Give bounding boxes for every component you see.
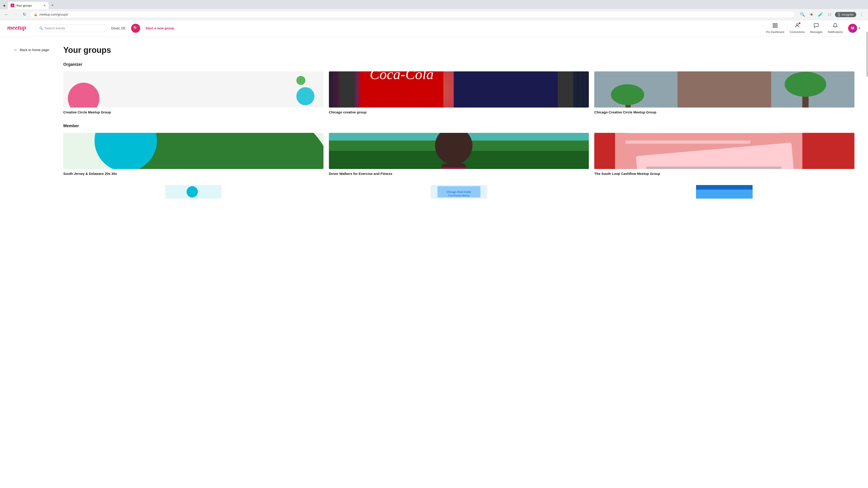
search-placeholder-text: Search events [45, 26, 65, 30]
group-name-chicago-creative: Chicago creative group [329, 110, 589, 115]
svg-point-22 [611, 84, 644, 105]
organizer-section: Organizer Creative Circle Meetup Group [63, 62, 855, 115]
group-card-creative-circle[interactable]: Creative Circle Meetup Group [63, 71, 323, 115]
group-name-creative-circle: Creative Circle Meetup Group [63, 110, 323, 115]
group-card-dover-walkers[interactable]: Dover Walkers for Exercise and Fitness [329, 133, 589, 176]
avatar-letter: M [851, 26, 854, 30]
partial-card-1[interactable] [63, 185, 323, 199]
groups-content: Your groups Organizer Creative Circle Me… [63, 45, 855, 484]
search-icon: 🔍 [39, 26, 43, 30]
reload-button[interactable]: ↻ [21, 11, 28, 18]
group-card-chicago-creative-circle[interactable]: Chicago Creative Circle Meetup Group [594, 71, 855, 115]
active-tab[interactable]: m Your groups ✕ [8, 2, 49, 9]
svg-rect-13 [558, 71, 573, 107]
member-section: Member [63, 124, 855, 199]
page-title: Your groups [63, 45, 855, 55]
chicago-circle-image [594, 71, 855, 107]
browser-nav-bar: ← → ↻ 🔒 meetup.com/groups/ 🔍 ★ 🧪 □ 🁭 Inc… [0, 9, 868, 20]
bookmark-button[interactable]: ★ [808, 11, 815, 18]
chicago-creative-image: Coca-Cola CityWalk [329, 71, 589, 107]
url-display: meetup.com/groups/ [39, 13, 68, 16]
svg-rect-5 [773, 26, 775, 28]
organizer-section-title: Organizer [63, 62, 855, 67]
svg-text:m: m [12, 4, 13, 6]
tab-favicon: m [11, 4, 14, 7]
tab-close-button[interactable]: ✕ [43, 4, 46, 7]
bottom-partial-cards: Chicago Real Estate Foreclosures Meetup [63, 185, 855, 199]
incognito-badge: 🁭 Incognito [835, 12, 856, 17]
new-tab-button[interactable]: + [50, 2, 56, 9]
creative-circle-image [63, 71, 323, 107]
tab-title: Your groups [16, 4, 41, 7]
notifications-label: Notifications [828, 31, 843, 34]
cc-green-circle [296, 76, 305, 85]
group-name-chicago-creative-circle: Chicago Creative Circle Meetup Group [594, 110, 855, 115]
back-link-label: Back to home page [20, 48, 49, 52]
messages-icon [813, 23, 819, 30]
partial-card-2[interactable]: Chicago Real Estate Foreclosures Meetup [329, 185, 589, 199]
start-new-group-button[interactable]: Start a new group [142, 24, 178, 32]
forward-button[interactable]: → [12, 11, 19, 18]
svg-rect-56 [696, 190, 753, 199]
organizer-groups-grid: Creative Circle Meetup Group Coca-Cola C… [63, 71, 855, 115]
app-header: meetup 🔍 Search events Dover, DE 🔍 Start… [0, 20, 868, 36]
back-button[interactable]: ← [3, 11, 10, 18]
connections-notification-dot [799, 22, 800, 24]
nav-items: Pro Dashboard Connections Messages [766, 23, 861, 34]
svg-rect-44 [625, 140, 750, 144]
group-name-dover-walkers: Dover Walkers for Exercise and Fitness [329, 171, 589, 176]
member-section-title: Member [63, 124, 855, 128]
tab-bar: ◀ m Your groups ✕ + [0, 0, 868, 9]
browser-chrome: ◀ m Your groups ✕ + ← → ↻ 🔒 meetup.com/g… [0, 0, 868, 20]
svg-rect-43 [625, 133, 781, 133]
avatar-chevron-icon: ▼ [858, 27, 861, 30]
search-button[interactable]: 🔍 [131, 24, 140, 33]
more-button[interactable]: ⋮ [858, 11, 865, 18]
incognito-label: Incognito [842, 13, 854, 16]
search-btn-icon: 🔍 [133, 26, 138, 31]
svg-rect-12 [339, 71, 355, 107]
nav-item-pro-dashboard[interactable]: Pro Dashboard [766, 23, 784, 34]
pro-dashboard-icon [772, 23, 778, 30]
group-card-south-jersey[interactable]: South Jersey & Delaware 20s 30s [63, 133, 323, 176]
group-card-south-loop[interactable]: The South Loop Cashflow Meetup Group [594, 133, 855, 176]
address-bar[interactable]: 🔒 meetup.com/groups/ [30, 11, 795, 18]
member-groups-grid: South Jersey & Delaware 20s 30s [63, 133, 855, 176]
svg-text:Coca-Cola: Coca-Cola [370, 71, 434, 82]
connections-icon [795, 23, 800, 30]
south-jersey-image [63, 133, 323, 169]
messages-label: Messages [810, 31, 823, 34]
profile-button[interactable]: □ [826, 11, 833, 18]
group-name-south-jersey: South Jersey & Delaware 20s 30s [63, 171, 323, 176]
location-bar[interactable]: Dover, DE [107, 26, 129, 30]
main-content: ← Back to home page Your groups Organize… [0, 36, 868, 488]
dover-image [329, 133, 589, 169]
connections-label: Connections [789, 31, 805, 34]
back-to-home-link[interactable]: ← Back to home page [13, 47, 54, 53]
svg-point-20 [785, 72, 827, 97]
back-arrow-icon: ← [13, 47, 18, 53]
scrollbar[interactable] [866, 32, 868, 77]
svg-rect-18 [693, 71, 756, 107]
browser-action-buttons: 🔍 ★ 🧪 □ 🁭 Incognito ⋮ [799, 11, 865, 18]
meetup-logo[interactable]: meetup [7, 23, 30, 33]
notifications-icon [833, 23, 838, 30]
nav-item-connections[interactable]: Connections [789, 23, 805, 34]
search-browser-button[interactable]: 🔍 [799, 11, 806, 18]
search-bar[interactable]: 🔍 Search events [35, 24, 107, 32]
svg-text:Chicago Real Estate: Chicago Real Estate [446, 191, 471, 194]
svg-rect-46 [646, 166, 781, 169]
location-text: Dover, DE [111, 26, 126, 30]
nav-item-notifications[interactable]: Notifications [828, 23, 843, 34]
partial-card-3[interactable] [594, 185, 855, 199]
cc-teal-circle [296, 87, 314, 105]
svg-text:meetup: meetup [7, 24, 26, 31]
user-avatar-wrapper[interactable]: M ▼ [848, 24, 861, 33]
svg-rect-36 [441, 168, 466, 169]
extensions-button[interactable]: 🧪 [817, 11, 824, 18]
sidebar: ← Back to home page [13, 45, 54, 484]
group-card-chicago-creative[interactable]: Coca-Cola CityWalk Chicago creative grou… [329, 71, 589, 115]
nav-item-messages[interactable]: Messages [810, 23, 823, 34]
pro-dashboard-label: Pro Dashboard [766, 31, 784, 34]
cashflow-image [594, 133, 855, 169]
